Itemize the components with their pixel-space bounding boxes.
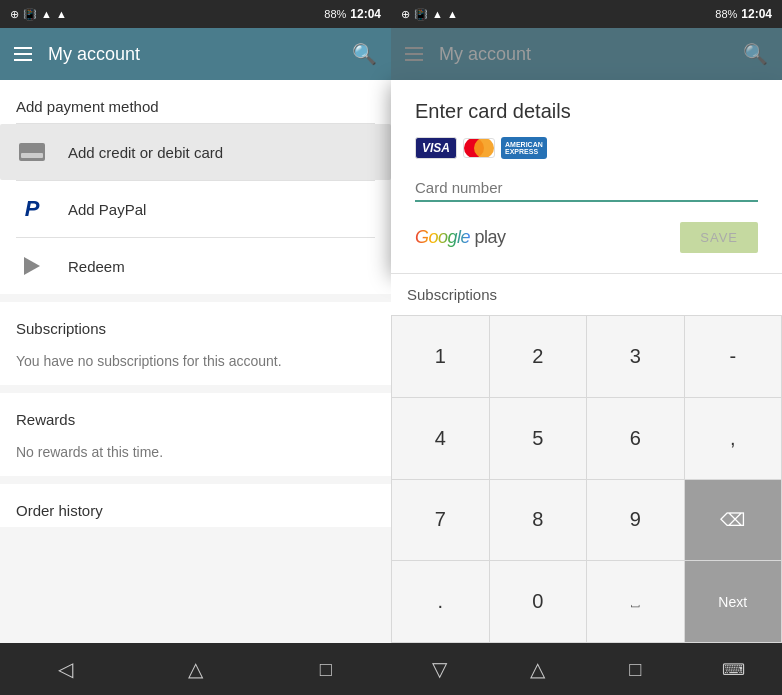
left-panel: ⊕ 📳 ▲ ▲ 88% 12:04 My account 🔍 Add payme… [0,0,391,695]
key-8[interactable]: 8 [490,480,587,561]
left-top-bar: My account 🔍 [0,28,391,80]
right-top-bar: My account 🔍 [391,28,782,80]
key-9[interactable]: 9 [587,480,684,561]
enter-card-dialog: Enter card details VISA AMERICANEXPRESS … [391,80,782,273]
keyboard-button-right[interactable]: ⌨ [703,643,763,695]
card-logos: VISA AMERICANEXPRESS [415,137,758,159]
order-history-header: Order history [0,484,391,527]
back-button-right[interactable]: ▽ [410,643,470,695]
right-wifi-icon: ▲ [447,8,458,20]
add-paypal-item[interactable]: P Add PayPal [0,181,391,237]
backspace-key[interactable]: ⌫ [685,480,782,561]
subscriptions-body: You have no subscriptions for this accou… [0,345,391,385]
paypal-icon: P [16,197,48,221]
dialog-title: Enter card details [415,100,758,123]
credit-card-icon [16,140,48,164]
right-status-icons-right: 88% 12:04 [715,7,772,21]
key-5[interactable]: 5 [490,398,587,479]
left-app-title: My account [48,44,336,65]
right-panel: ⊕ 📳 ▲ ▲ 88% 12:04 My account 🔍 Enter car… [391,0,782,695]
right-status-bar: ⊕ 📳 ▲ ▲ 88% 12:04 [391,0,782,28]
rewards-body: No rewards at this time. [0,436,391,476]
dialog-footer: Google play SAVE [415,222,758,253]
redeem-icon [16,254,48,278]
payment-section: Add payment method Add credit or debit c… [0,80,391,294]
add-credit-card-item[interactable]: Add credit or debit card [0,124,391,180]
search-button-left[interactable]: 🔍 [352,42,377,66]
key-space[interactable]: ⎵ [587,561,684,642]
next-button[interactable]: Next [685,561,782,642]
recent-button-right[interactable]: □ [605,643,665,695]
rewards-header: Rewards [0,393,391,436]
card-number-wrapper[interactable] [415,175,758,202]
right-status-time: 12:04 [741,7,772,21]
status-icons-right: 88% 12:04 [324,7,381,21]
search-button-right: 🔍 [743,42,768,66]
rewards-section: Rewards No rewards at this time. [0,393,391,476]
key-6[interactable]: 6 [587,398,684,479]
left-content: Add payment method Add credit or debit c… [0,80,391,643]
right-status-icons-left: ⊕ 📳 ▲ ▲ [401,8,458,21]
signal-icon: ▲ [41,8,52,20]
key-7[interactable]: 7 [392,480,489,561]
status-icons-left: ⊕ 📳 ▲ ▲ [10,8,67,21]
key-4[interactable]: 4 [392,398,489,479]
google-play-logo: Google play [415,227,506,248]
home-button-left[interactable]: △ [165,643,225,695]
back-button-left[interactable]: ◁ [35,643,95,695]
amex-logo: AMERICANEXPRESS [501,137,547,159]
left-bottom-nav: ◁ △ □ [0,643,391,695]
backspace-icon: ⌫ [720,509,745,531]
vibrate-icon: 📳 [23,8,37,21]
wifi-icon: ▲ [56,8,67,20]
key-2[interactable]: 2 [490,316,587,397]
redeem-item[interactable]: Redeem [0,238,391,294]
right-battery-percent: 88% [715,8,737,20]
numeric-keypad: 1 2 3 - 4 5 6 , 7 8 9 ⌫ . 0 ⎵ Next [391,315,782,643]
subscriptions-header: Subscriptions [0,302,391,345]
payment-section-header: Add payment method [0,80,391,123]
redeem-label: Redeem [68,258,125,275]
recent-button-left[interactable]: □ [296,643,356,695]
visa-logo: VISA [415,137,457,159]
right-subscriptions-bar: Subscriptions [391,273,782,315]
left-status-bar: ⊕ 📳 ▲ ▲ 88% 12:04 [0,0,391,28]
right-nfc-icon: ⊕ [401,8,410,21]
right-bottom-nav: ▽ △ □ ⌨ [391,643,782,695]
right-app-title: My account [439,44,727,65]
save-button[interactable]: SAVE [680,222,758,253]
nfc-icon: ⊕ [10,8,19,21]
key-0[interactable]: 0 [490,561,587,642]
right-signal-icon: ▲ [432,8,443,20]
paypal-label: Add PayPal [68,201,146,218]
key-comma[interactable]: , [685,398,782,479]
key-3[interactable]: 3 [587,316,684,397]
key-dash[interactable]: - [685,316,782,397]
mastercard-logo [463,138,495,158]
right-vibrate-icon: 📳 [414,8,428,21]
credit-card-label: Add credit or debit card [68,144,223,161]
hamburger-menu-right [405,47,423,61]
key-1[interactable]: 1 [392,316,489,397]
home-button-right[interactable]: △ [508,643,568,695]
status-time-left: 12:04 [350,7,381,21]
battery-percent: 88% [324,8,346,20]
key-period[interactable]: . [392,561,489,642]
subscriptions-section: Subscriptions You have no subscriptions … [0,302,391,385]
hamburger-menu-left[interactable] [14,47,32,61]
card-number-input[interactable] [415,175,758,200]
